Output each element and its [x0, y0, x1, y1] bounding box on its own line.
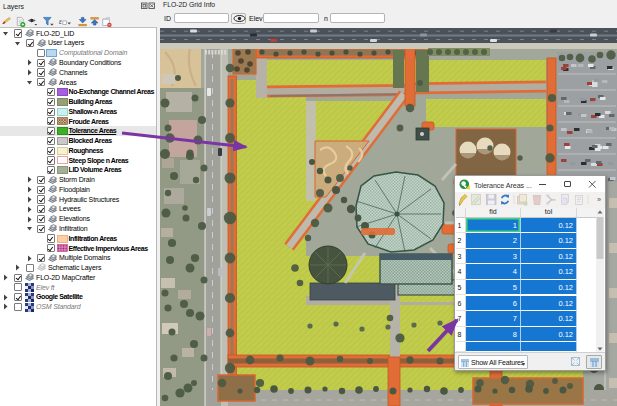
svg-text:ε: ε	[59, 18, 62, 26]
svg-text:»: »	[597, 196, 601, 204]
